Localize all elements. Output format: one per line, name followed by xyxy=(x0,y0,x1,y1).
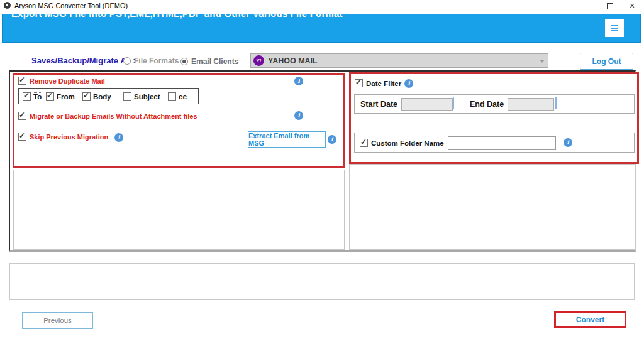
custom-folder-input[interactable] xyxy=(448,136,556,150)
without-attachment-checkbox[interactable]: Migrate or Backup Emails Without Attachm… xyxy=(18,112,197,120)
extract-email-button[interactable]: Extract Email from MSG xyxy=(248,131,326,148)
file-formats-label: File Formats xyxy=(134,57,179,65)
mail-options-panel xyxy=(13,73,345,168)
date-filter-info-icon[interactable] xyxy=(404,79,413,88)
start-date-input[interactable] xyxy=(401,98,453,111)
close-icon: ✕ xyxy=(629,3,635,9)
right-empty-panel xyxy=(349,164,635,250)
checkbox-icon xyxy=(168,92,176,101)
minimize-button[interactable] xyxy=(579,0,598,11)
checkbox-icon xyxy=(355,79,363,87)
end-date-calendar-icon[interactable] xyxy=(555,97,557,109)
checkbox-icon xyxy=(123,92,131,101)
start-date-label: Start Date xyxy=(360,100,397,109)
minimize-icon xyxy=(586,6,592,6)
checkbox-icon xyxy=(18,112,26,120)
checkbox-icon xyxy=(18,77,26,85)
yahoo-mail-icon: Y! xyxy=(253,55,264,66)
menu-button[interactable] xyxy=(605,19,624,37)
date-filter-label: Date Filter xyxy=(366,80,401,87)
dedupe-checkbox-cc[interactable]: cc xyxy=(168,92,187,101)
end-date-input[interactable] xyxy=(508,98,554,111)
left-empty-panel xyxy=(13,170,345,250)
checkbox-icon xyxy=(23,92,31,101)
email-client-dropdown[interactable]: Y! YAHOO MAIL xyxy=(250,53,548,68)
dedupe-checkbox-from[interactable]: From xyxy=(46,92,75,101)
custom-folder-group: Custom Folder Name xyxy=(354,133,635,153)
convert-button[interactable]: Convert xyxy=(554,311,626,328)
subject-label: Subject xyxy=(134,93,160,101)
skip-previous-label: Skip Previous Migration xyxy=(30,133,108,141)
restore-button[interactable] xyxy=(601,0,619,11)
radio-file-formats[interactable]: File Formats xyxy=(123,57,179,65)
date-filter-checkbox[interactable]: Date Filter xyxy=(355,79,401,87)
start-date-calendar-icon[interactable] xyxy=(453,97,454,109)
dedupe-checkbox-body[interactable]: Body xyxy=(82,92,111,101)
date-range-group: Start Date End Date xyxy=(354,94,635,114)
email-clients-label: Email Clients xyxy=(191,57,238,66)
checkbox-icon xyxy=(360,139,368,147)
chevron-down-icon xyxy=(540,60,545,63)
dedupe-checkbox-to[interactable]: To xyxy=(23,92,42,101)
saves-backup-migrate-label: Saves/Backup/Migrate As : xyxy=(31,56,136,65)
cc-label: cc xyxy=(179,93,187,101)
page-title: Export MSG File into PST,EML,HTML,PDF an… xyxy=(11,8,343,19)
previous-button[interactable]: Previous xyxy=(22,312,93,329)
end-date-label: End Date xyxy=(470,100,504,109)
log-out-button[interactable]: Log Out xyxy=(580,53,633,70)
restore-icon xyxy=(607,3,613,9)
remove-duplicate-checkbox[interactable]: Remove Duplicate Mail xyxy=(18,77,105,85)
without-attachment-info-icon[interactable] xyxy=(294,111,303,120)
radio-icon xyxy=(123,57,131,65)
from-label: From xyxy=(57,93,75,101)
app-window: Aryson MSG Converter Tool (DEMO) ✕ Expor… xyxy=(0,0,644,343)
hamburger-icon xyxy=(611,28,618,29)
custom-folder-info-icon[interactable] xyxy=(564,138,572,147)
extract-email-info-icon[interactable] xyxy=(328,135,336,144)
checkbox-icon xyxy=(18,133,26,141)
checkbox-icon xyxy=(82,92,91,101)
status-log-box xyxy=(9,263,635,300)
remove-duplicate-label: Remove Duplicate Mail xyxy=(30,77,105,85)
radio-icon xyxy=(180,58,188,65)
close-button[interactable]: ✕ xyxy=(623,0,641,11)
email-client-selected-value: YAHOO MAIL xyxy=(268,57,318,65)
remove-duplicate-info-icon[interactable] xyxy=(294,77,303,85)
without-attachment-label: Migrate or Backup Emails Without Attachm… xyxy=(30,112,197,120)
skip-previous-checkbox[interactable]: Skip Previous Migration xyxy=(18,133,108,141)
custom-folder-checkbox[interactable]: Custom Folder Name xyxy=(360,139,444,147)
app-logo-icon xyxy=(4,2,11,9)
to-label: To xyxy=(33,93,42,101)
dedupe-checkbox-subject[interactable]: Subject xyxy=(123,92,160,101)
dedupe-fields-group: To From Body Subject cc xyxy=(18,88,199,104)
custom-folder-label: Custom Folder Name xyxy=(371,139,444,147)
radio-email-clients[interactable]: Email Clients xyxy=(180,57,238,66)
body-label: Body xyxy=(93,93,111,101)
checkbox-icon xyxy=(46,92,54,101)
skip-previous-info-icon[interactable] xyxy=(114,133,123,142)
